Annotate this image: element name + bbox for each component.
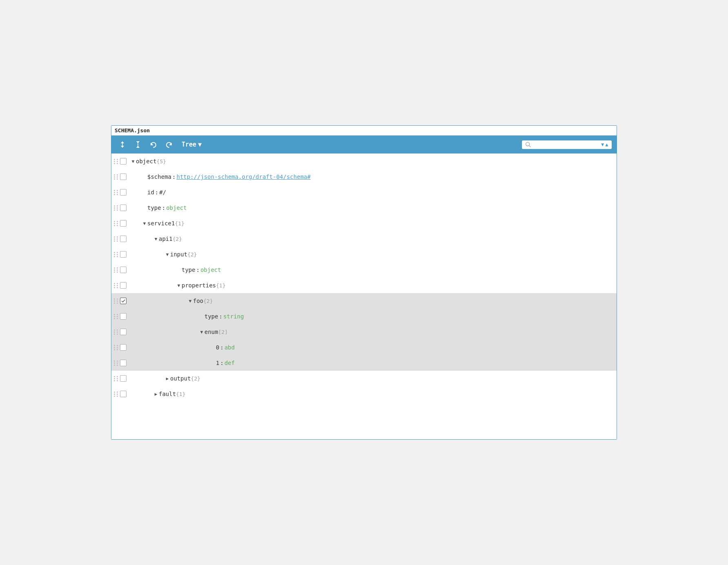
row-select-checkbox[interactable] xyxy=(120,344,127,351)
tree-row: 1 : def xyxy=(111,355,617,371)
node-key: api1 xyxy=(159,236,173,242)
view-mode-dropdown[interactable]: Tree ▼ xyxy=(178,140,205,149)
node-key: fault xyxy=(159,391,176,397)
toggle-icon[interactable]: ▼ xyxy=(176,283,182,288)
node-value[interactable]: http://json-schema.org/draft-04/schema# xyxy=(176,174,311,180)
row-icons xyxy=(111,344,129,351)
node-key: object xyxy=(136,158,157,165)
row-icons xyxy=(111,329,129,335)
drag-handle-icon[interactable] xyxy=(114,252,119,257)
node-key: type xyxy=(204,313,218,320)
tree-row: type : string xyxy=(111,309,617,324)
node-value: def xyxy=(224,360,235,366)
colon-separator: : xyxy=(219,313,222,320)
row-select-checkbox[interactable] xyxy=(120,158,127,165)
svg-marker-4 xyxy=(136,146,140,148)
row-select-checkbox[interactable] xyxy=(120,298,127,304)
expand-all-button[interactable] xyxy=(116,139,129,150)
tree-row: ▼api1 {2} xyxy=(111,231,617,247)
toggle-icon[interactable]: ▼ xyxy=(130,159,136,164)
row-content: ▼properties {1} xyxy=(129,282,617,289)
row-icons xyxy=(111,313,129,320)
title-bar: SCHEMA.json xyxy=(111,126,617,136)
drag-handle-icon[interactable] xyxy=(114,329,119,335)
row-select-checkbox[interactable] xyxy=(120,360,127,366)
row-select-checkbox[interactable] xyxy=(120,391,127,397)
drag-handle-icon[interactable] xyxy=(114,174,119,180)
row-content: $schema : http://json-schema.org/draft-0… xyxy=(129,174,617,180)
node-value: abd xyxy=(224,344,235,351)
drag-handle-icon[interactable] xyxy=(114,205,119,211)
row-select-checkbox[interactable] xyxy=(120,313,127,320)
tree-row: type : object xyxy=(111,262,617,278)
drag-handle-icon[interactable] xyxy=(114,236,119,242)
row-select-checkbox[interactable] xyxy=(120,220,127,227)
node-key: input xyxy=(170,251,187,258)
node-key: foo xyxy=(193,298,203,304)
row-content: ▼api1 {2} xyxy=(129,236,617,242)
node-count: {2} xyxy=(203,298,213,304)
drag-handle-icon[interactable] xyxy=(114,391,119,397)
collapse-all-button[interactable] xyxy=(132,139,144,150)
node-value: #/ xyxy=(159,189,166,196)
toggle-icon[interactable]: ▼ xyxy=(142,221,147,226)
colon-separator: : xyxy=(162,205,165,211)
toggle-icon[interactable]: ▶ xyxy=(153,391,159,397)
row-icons xyxy=(111,360,129,366)
toggle-icon[interactable]: ▼ xyxy=(187,298,193,304)
node-count: {1} xyxy=(175,220,184,227)
row-select-checkbox[interactable] xyxy=(120,236,127,242)
title-text: SCHEMA.json xyxy=(115,127,150,133)
node-count: [2] xyxy=(218,329,228,335)
drag-handle-icon[interactable] xyxy=(114,360,119,366)
tree-row: ▼enum [2] xyxy=(111,324,617,340)
row-select-checkbox[interactable] xyxy=(120,189,127,196)
row-select-checkbox[interactable] xyxy=(120,282,127,289)
node-key: enum xyxy=(204,329,218,335)
row-select-checkbox[interactable] xyxy=(120,251,127,258)
toggle-icon[interactable]: ▼ xyxy=(153,236,159,242)
drag-handle-icon[interactable] xyxy=(114,283,119,288)
drag-handle-icon[interactable] xyxy=(114,221,119,226)
row-content: type : string xyxy=(129,313,617,320)
node-key: type xyxy=(182,267,195,273)
search-input[interactable] xyxy=(533,142,599,148)
row-content: ▼input {2} xyxy=(129,251,617,258)
redo-button[interactable] xyxy=(163,139,175,150)
node-value: object xyxy=(166,205,187,211)
search-nav-icons: ▼ ▲ xyxy=(601,142,608,147)
row-content: ▼foo {2} xyxy=(129,298,617,304)
search-up-arrow-icon[interactable]: ▲ xyxy=(605,142,608,147)
row-content: ▼service1 {1} xyxy=(129,220,617,227)
json-tree-content: ▼object {5}$schema : http://json-schema.… xyxy=(111,153,617,439)
node-value: object xyxy=(200,267,221,273)
row-select-checkbox[interactable] xyxy=(120,174,127,180)
toolbar: Tree ▼ ▼ ▲ xyxy=(111,136,617,153)
colon-separator: : xyxy=(155,189,158,196)
row-icons xyxy=(111,205,129,211)
tree-row: 0 : abd xyxy=(111,340,617,355)
drag-handle-icon[interactable] xyxy=(114,345,119,350)
drag-handle-icon[interactable] xyxy=(114,298,119,304)
row-content: ▶fault {1} xyxy=(129,391,617,397)
toggle-icon[interactable]: ▼ xyxy=(164,252,170,257)
tree-row: ▼object {5} xyxy=(111,153,617,169)
row-select-checkbox[interactable] xyxy=(120,205,127,211)
row-select-checkbox[interactable] xyxy=(120,267,127,273)
row-icons xyxy=(111,298,129,304)
row-select-checkbox[interactable] xyxy=(120,375,127,382)
view-mode-label: Tree xyxy=(182,141,196,148)
row-content: type : object xyxy=(129,267,617,273)
row-select-checkbox[interactable] xyxy=(120,329,127,335)
svg-line-7 xyxy=(529,146,531,147)
drag-handle-icon[interactable] xyxy=(114,267,119,273)
toggle-icon[interactable]: ▶ xyxy=(164,376,170,381)
toggle-icon[interactable]: ▼ xyxy=(199,329,204,335)
search-down-arrow-icon[interactable]: ▼ xyxy=(601,142,604,147)
tree-row: ▼properties {1} xyxy=(111,278,617,293)
drag-handle-icon[interactable] xyxy=(114,159,119,164)
undo-button[interactable] xyxy=(147,139,160,150)
drag-handle-icon[interactable] xyxy=(114,190,119,195)
drag-handle-icon[interactable] xyxy=(114,376,119,381)
drag-handle-icon[interactable] xyxy=(114,314,119,319)
